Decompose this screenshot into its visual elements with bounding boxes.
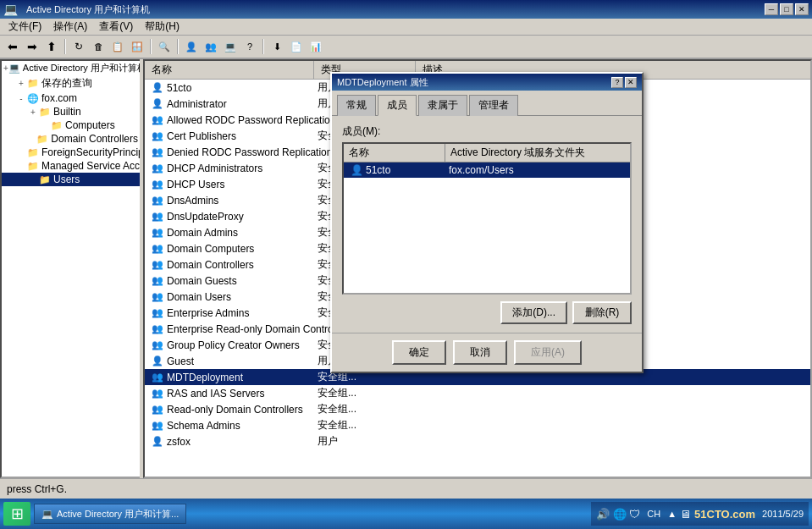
dialog-list-row[interactable]: 👤 51cto fox.com/Users [344,163,630,178]
properties-dialog[interactable]: MDTDeployment 属性 ? ✕ 常规 成员 隶属于 管理者 成员(M)… [330,72,644,373]
tree-item-builtin[interactable]: + 📁 Builtin [2,105,140,118]
tree-item-users[interactable]: 📁 Users [2,173,140,186]
tree-label-computers: Computers [65,119,115,131]
tree-item-fox-com[interactable]: - 🌐 fox.com [2,91,140,105]
menu-view[interactable]: 查看(V) [94,18,138,36]
list-cell-name: 👥 Domain Controllers [148,259,314,271]
row-icon: 👥 [152,179,163,190]
start-button[interactable]: ⊞ [3,502,30,526]
tree-item-computers[interactable]: 📁 Computers [2,118,140,132]
row-icon: 👥 [152,388,163,399]
toolbar-forward[interactable]: ➡ [23,37,41,56]
row-icon: 👥 [152,291,163,302]
list-row[interactable]: 👤 zsfox 用户 [145,433,810,449]
member-user-icon: 👤 [351,164,363,176]
tree-folder-icon-dc: 📁 [36,134,48,145]
menu-action[interactable]: 操作(A) [48,18,92,36]
list-cell-type: 安全组... [314,386,416,400]
toolbar-user[interactable]: 👤 [182,37,201,56]
add-member-button[interactable]: 添加(D)... [500,301,567,324]
ok-button[interactable]: 确定 [392,340,446,365]
menu-file[interactable]: 文件(F) [3,18,47,36]
toolbar-up[interactable]: ⬆ [42,37,61,56]
list-cell-name: 👥 Domain Users [148,291,314,303]
list-row[interactable]: 👥 RAS and IAS Servers 安全组... [145,385,810,401]
dialog-member-path: fox.com/Users [445,164,627,176]
tab-member-of[interactable]: 隶属于 [418,95,467,116]
tree-label-users: Users [53,174,80,185]
tab-general[interactable]: 常规 [337,95,376,116]
toolbar-sep2 [150,39,152,54]
list-cell-name: 👥 Allowed RODC Password Replication G [148,114,350,126]
toolbar-newwindow[interactable]: 🪟 [128,37,146,56]
tree-item-domain-controllers[interactable]: 📁 Domain Controllers [2,132,140,146]
row-icon: 👥 [152,195,163,206]
tab-members[interactable]: 成员 [378,95,417,116]
tree-label-fox-com: fox.com [41,92,77,104]
tree-panel[interactable]: + 💻 Active Directory 用户和计算机 + 📁 保存的查询 - … [0,59,140,478]
toolbar-filter[interactable]: ⬇ [268,37,286,56]
list-cell-name: 👥 RAS and IAS Servers [148,388,314,400]
dialog-buttons-row: 添加(D)... 删除(R) [342,301,632,324]
row-icon: 👥 [152,227,163,238]
row-icon: 👤 [152,82,163,93]
row-icon: 👥 [152,211,163,222]
list-cell-name: 👥 MDTDeployment [148,372,314,383]
dialog-close-button[interactable]: ✕ [625,77,637,88]
row-icon: 👤 [152,98,163,109]
tray-icons: 🔊 🌐 🛡 [596,508,640,521]
dialog-listbox[interactable]: 名称 Active Directory 域服务文件夹 👤 51cto fox.c… [342,142,632,295]
list-cell-name: 👥 Domain Admins [148,227,314,239]
toolbar-report[interactable]: 📊 [307,37,325,56]
menu-help[interactable]: 帮助(H) [140,18,185,36]
status-bar: press Ctrl+G. [0,478,812,499]
dialog-help-button[interactable]: ? [611,77,623,88]
tree-expand-fox: - [15,94,27,103]
row-icon: 👥 [152,163,163,174]
toolbar-refresh[interactable]: ↻ [69,37,88,56]
tree-item-managed-service[interactable]: 📁 Managed Service Accour [2,159,140,173]
minimize-button[interactable]: ─ [765,3,778,15]
list-cell-name: 👥 DHCP Users [148,179,314,190]
tree-folder-icon-computers: 📁 [51,120,63,131]
list-cell-name: 👥 Schema Admins [148,420,314,432]
toolbar-sep4 [262,39,264,54]
members-label: 成员(M): [342,124,632,139]
apply-button[interactable]: 应用(A) [514,340,582,365]
tree-label-managed-service: Managed Service Accour [41,160,140,172]
row-icon: 👥 [152,323,163,334]
title-bar-text: Active Directory 用户和计算机 [23,3,765,16]
close-button[interactable]: ✕ [795,3,809,15]
toolbar-help[interactable]: ? [240,37,259,56]
remove-member-button[interactable]: 删除(R) [572,301,632,324]
tree-header-icon: 💻 [8,63,20,74]
taskbar-app-button[interactable]: 💻 Active Directory 用户和计算... [34,504,186,524]
toolbar: ⬅ ➡ ⬆ ↻ 🗑 📋 🪟 🔍 👤 👥 💻 ? ⬇ 📄 📊 [0,36,812,59]
toolbar-search[interactable]: 🔍 [155,37,174,56]
dialog-body: 成员(M): 名称 Active Directory 域服务文件夹 👤 51ct… [332,115,642,333]
toolbar-group[interactable]: 👥 [202,37,220,56]
list-row[interactable]: 👥 Read-only Domain Controllers 安全组... [145,401,810,417]
tab-managed-by[interactable]: 管理者 [469,95,518,116]
tree-item-foreign-security[interactable]: 📁 ForeignSecurityPrincip [2,146,140,159]
cancel-button[interactable]: 取消 [453,340,507,365]
taskbar-app-label: Active Directory 用户和计算... [57,508,179,521]
list-cell-name: 👥 Denied RODC Password Replication G [148,146,346,158]
list-cell-name: 👥 Group Policy Creator Owners [148,339,314,351]
toolbar-delete[interactable]: 🗑 [89,37,108,56]
list-header-name[interactable]: 名称 [145,61,314,79]
tree-item-saved-queries[interactable]: + 📁 保存的查询 [2,75,140,91]
toolbar-export[interactable]: 📄 [287,37,306,56]
toolbar-properties[interactable]: 📋 [108,37,127,56]
toolbar-computer[interactable]: 💻 [221,37,240,56]
taskbar-right: 🔊 🌐 🛡 CH ▲ 🖥 51CTO.com 2011/5/29 [591,502,809,526]
maximize-button[interactable]: □ [780,3,793,15]
list-cell-type: 安全组... [314,418,416,433]
tree-label-saved-queries: 保存的查询 [41,76,92,91]
dialog-footer: 确定 取消 应用(A) [332,333,642,372]
tree-label-builtin: Builtin [53,106,81,118]
tree-header-item[interactable]: + 💻 Active Directory 用户和计算机 [2,61,140,75]
toolbar-back[interactable]: ⬅ [3,37,22,56]
list-row[interactable]: 👥 Schema Admins 安全组... [145,417,810,433]
tree-folder-icon-builtin: 📁 [39,107,51,118]
